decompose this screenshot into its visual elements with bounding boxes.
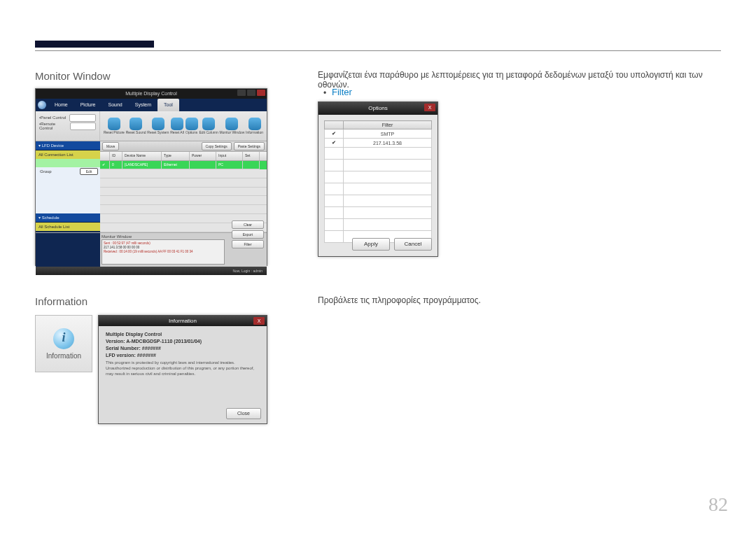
reset-sound-icon — [130, 118, 142, 130]
th-device-name[interactable]: Device Name — [122, 152, 162, 160]
tab-sound[interactable]: Sound — [102, 99, 128, 111]
tab-home[interactable]: Home — [48, 99, 74, 111]
app-titlebar: Multiple Display Control — [36, 89, 267, 99]
td-power — [190, 161, 216, 169]
table-header: ID Device Name Type Power Input Set — [100, 152, 267, 161]
td-check[interactable]: ✔ — [100, 161, 110, 169]
copy-settings-button[interactable]: Copy Settings — [202, 142, 232, 150]
information-titlebar: Information X — [99, 316, 267, 326]
maximize-button[interactable] — [247, 90, 255, 96]
cancel-button[interactable]: Cancel — [394, 238, 432, 251]
monitor-window-button[interactable]: Monitor Window — [219, 118, 244, 134]
table-row-blank — [100, 196, 267, 205]
information-button[interactable]: Information — [246, 118, 263, 134]
clear-button[interactable]: Clear — [232, 220, 264, 229]
sidebar-group[interactable]: Group Edit — [36, 167, 100, 176]
app-title-text: Multiple Display Control — [125, 91, 177, 96]
app-tabs: Home Picture Sound System Tool — [36, 99, 267, 111]
tab-system[interactable]: System — [129, 99, 158, 111]
tab-tool[interactable]: Tool — [158, 99, 179, 111]
td-id: 0 — [110, 161, 122, 169]
options-th-filter: Filter — [344, 121, 432, 129]
sidebar: ▾ LFD Device All Connection List Group E… — [36, 141, 100, 232]
info-close-button[interactable]: Close — [226, 408, 261, 419]
information-dialog: Information X Multiple Display Control V… — [98, 315, 267, 424]
sidebar-schedule-header[interactable]: ▾ Schedule — [36, 213, 100, 223]
options-button[interactable]: Options — [186, 118, 198, 134]
sidebar-all-schedule[interactable]: All Schedule List — [36, 223, 100, 231]
export-button[interactable]: Export — [232, 230, 264, 239]
monitor-log: Sent : 00:52:97 (47 milli seconds) 217.1… — [102, 239, 225, 265]
tab-picture[interactable]: Picture — [74, 99, 102, 111]
options-row[interactable]: ✔ 217.141.3.58 — [325, 139, 432, 148]
panel-control-label: •Panel Control — [39, 115, 66, 120]
main-panel: Move Copy Settings Paste Settings ID Dev… — [100, 141, 267, 232]
sidebar-edit-button[interactable]: Edit — [80, 168, 98, 175]
td-set — [243, 161, 260, 169]
reset-all-icon — [171, 118, 183, 130]
status-bar: Now, Login : admin — [36, 267, 267, 275]
options-row-value: 217.141.3.58 — [344, 139, 432, 148]
options-row-check[interactable]: ✔ — [325, 139, 344, 148]
th-power[interactable]: Power — [190, 152, 216, 160]
information-icon-tile[interactable]: i Information — [35, 315, 92, 372]
td-device-name: [LANDSCAPE] — [122, 161, 162, 169]
remote-control-label: •Remote Control — [39, 122, 70, 130]
reset-system-button[interactable]: Reset System — [147, 118, 169, 134]
reset-system-icon — [152, 118, 164, 130]
paste-settings-button[interactable]: Paste Settings — [234, 142, 265, 150]
info-version: Version: A-MDCBGDSP-1110 (2013/01/04) — [106, 339, 260, 344]
sidebar-all-connection[interactable]: All Connection List — [36, 150, 100, 159]
window-buttons — [237, 90, 265, 96]
edit-column-button[interactable]: Edit Column — [199, 118, 218, 134]
info-lfd-version: LFD version: ####### — [106, 353, 260, 358]
options-title-text: Options — [368, 105, 388, 111]
options-table: Filter ✔ SMTP ✔ 217.141.3.58 — [324, 120, 432, 243]
reset-sound-button[interactable]: Reset Sound — [126, 118, 146, 134]
information-body: Multiple Display Control Version: A-MDCB… — [99, 326, 267, 384]
th-type[interactable]: Type — [162, 152, 190, 160]
monitor-buttons: Clear Export Filter — [232, 220, 264, 248]
apply-button[interactable]: Apply — [352, 238, 390, 251]
th-id[interactable]: ID — [110, 152, 122, 160]
info-legal: This program is protected by copyright l… — [106, 360, 260, 377]
monitor-pane: Monitor Window Sent : 00:52:97 (47 milli… — [36, 232, 267, 267]
sidebar-spacer — [36, 176, 100, 213]
options-th-check — [325, 121, 344, 129]
back-icon[interactable] — [38, 101, 46, 109]
filter-label: Filter — [332, 87, 352, 97]
table-row-blank — [100, 188, 267, 197]
reset-picture-button[interactable]: Reset Picture — [104, 118, 125, 134]
sidebar-lfd-header[interactable]: ▾ LFD Device — [36, 141, 100, 150]
monitor-window-description: Εμφανίζεται ένα παράθυρο με λεπτομέρειες… — [318, 70, 724, 90]
info-icon: i — [53, 328, 74, 349]
table-row-blank — [100, 178, 267, 188]
panel-control-dropdown[interactable] — [69, 114, 96, 122]
info-heading: Multiple Display Control — [106, 332, 260, 337]
options-row[interactable]: ✔ SMTP — [325, 129, 432, 139]
remote-control-dropdown[interactable] — [70, 122, 97, 130]
information-close-button[interactable]: X — [253, 317, 265, 325]
page-number: 82 — [708, 493, 728, 516]
td-type: Ethernet — [162, 161, 190, 169]
ribbon-control-panel: •Panel Control •Remote Control — [36, 111, 100, 141]
sidebar-selected-row[interactable] — [36, 159, 100, 167]
filter-button[interactable]: Filter — [232, 240, 264, 248]
close-button[interactable] — [257, 90, 265, 96]
th-set[interactable]: Set — [243, 152, 260, 160]
reset-all-button[interactable]: Reset All — [170, 118, 184, 134]
options-row-check[interactable]: ✔ — [325, 129, 344, 139]
options-close-button[interactable]: X — [424, 104, 435, 111]
monitor-window-heading: Monitor Window — [35, 70, 111, 82]
monitor-line-received: Received : 00:14:00 (19 milli seconds) A… — [104, 250, 223, 254]
table-row[interactable]: ✔ 0 [LANDSCAPE] Ethernet PC — [100, 161, 267, 169]
th-input[interactable]: Input — [216, 152, 243, 160]
th-check[interactable] — [100, 152, 110, 160]
table-row-blank — [100, 169, 267, 178]
sidebar-group-label: Group — [40, 167, 52, 176]
minimize-button[interactable] — [237, 90, 246, 96]
header-accent-bar — [35, 41, 154, 48]
move-button[interactable]: Move — [102, 142, 119, 150]
options-dialog: Options X Filter ✔ SMTP ✔ 217.141.3.58 — [318, 101, 438, 257]
options-row-value: SMTP — [344, 129, 432, 139]
